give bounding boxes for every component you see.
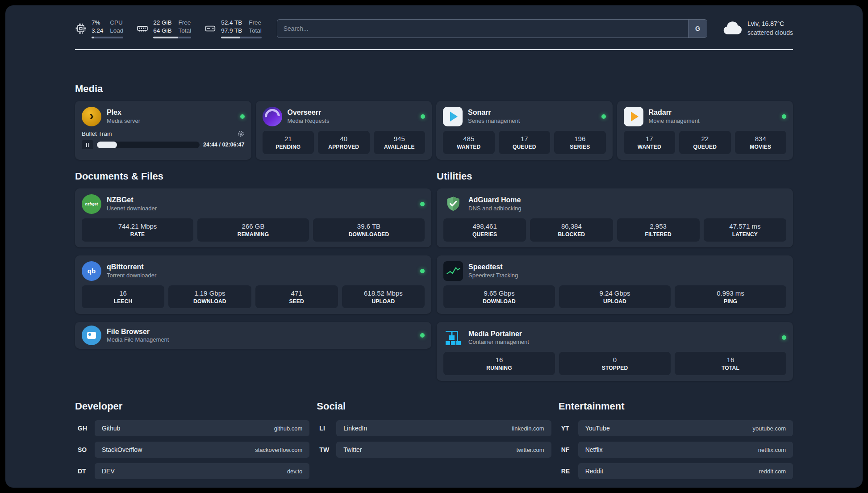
stat-label: REMAINING	[199, 231, 307, 238]
bookmark-url: stackoverflow.com	[255, 447, 302, 453]
disk-progress-track	[221, 37, 262, 38]
app-subtitle: Movie management	[649, 117, 700, 125]
status-dot	[420, 202, 425, 206]
cpu-label: CPU	[110, 19, 123, 27]
bookmark-dev[interactable]: DT DEV dev.to	[75, 463, 309, 479]
bookmark-url: dev.to	[287, 468, 302, 475]
stat-label: PING	[676, 298, 785, 305]
screen: 7% 3.24 CPU Load	[0, 0, 868, 493]
nzbget-card[interactable]: nzbget NZBGet Usenet downloader 744.21 M…	[75, 188, 431, 247]
stat-download: 1.19 Gbps DOWNLOAD	[168, 285, 251, 309]
bookmark-name: LinkedIn	[343, 425, 512, 432]
stat-approved: 40 APPROVED	[318, 131, 370, 154]
stat-value: 39.6 TB	[315, 221, 423, 231]
app-name: Speedtest	[468, 263, 518, 272]
adguard-card[interactable]: AdGuard Home DNS and adblocking 498,461 …	[437, 188, 793, 247]
disk-icon	[204, 23, 216, 34]
bookmark-name: YouTube	[585, 425, 753, 432]
speedtest-icon	[443, 261, 463, 281]
app-name: Sonarr	[468, 108, 520, 117]
bookmark-youtube[interactable]: YT YouTube youtube.com	[559, 420, 793, 436]
radarr-card[interactable]: Radarr Movie management 17 WANTED 22 QUE…	[617, 101, 793, 160]
bookmark-url: youtube.com	[753, 425, 786, 432]
bookmark-url: github.com	[274, 425, 303, 432]
disk-free-label: Free	[249, 19, 262, 27]
qbittorrent-icon: qb	[82, 261, 101, 281]
disk-total-value: 97.9 TB	[221, 27, 242, 35]
bookmark-twitter[interactable]: TW Twitter twitter.com	[317, 442, 551, 458]
stat-value: 86,384	[532, 221, 611, 231]
stat-available: 945 AVAILABLE	[374, 131, 426, 154]
ram-icon	[137, 23, 148, 34]
app-subtitle: Series management	[468, 117, 520, 125]
app-name: Radarr	[649, 108, 700, 117]
weather-location: Lviv, 16.87°C	[747, 20, 793, 29]
bookmark-url: reddit.com	[759, 468, 786, 475]
bookmark-name: Netflix	[585, 446, 758, 453]
search-input[interactable]	[277, 20, 688, 38]
stat-rate: 744.21 Mbps RATE	[82, 218, 193, 242]
plex-chevron: ›	[89, 108, 94, 123]
pause-button[interactable]	[82, 140, 93, 149]
overseerr-card[interactable]: Overseerr Media Requests 21 PENDING 40 A…	[256, 101, 432, 160]
app-name: Media Portainer	[468, 330, 529, 339]
portainer-card[interactable]: Media Portainer Container management 16 …	[437, 322, 793, 381]
seek-bar[interactable]	[97, 142, 200, 148]
stat-remaining: 266 GB REMAINING	[197, 218, 309, 242]
bookmark-stackoverflow[interactable]: SO StackOverflow stackoverflow.com	[75, 442, 309, 458]
stat-value: 834	[737, 134, 785, 143]
bookmarks-title-developer: Developer	[75, 401, 309, 412]
gear-icon[interactable]	[237, 130, 245, 138]
section-title-documents: Documents & Files	[75, 171, 431, 182]
status-dot	[420, 269, 425, 273]
stat-ping: 0.993 ms PING	[675, 285, 786, 309]
stat-value: 471	[257, 288, 336, 298]
bookmark-name: Twitter	[343, 446, 516, 453]
app-subtitle: Media Requests	[288, 117, 330, 125]
bookmark-github[interactable]: GH Github github.com	[75, 420, 309, 436]
stat-label: LEECH	[83, 298, 163, 305]
stat-value: 22	[681, 134, 729, 143]
stat-download: 9.65 Gbps DOWNLOAD	[443, 285, 555, 309]
bookmark-url: twitter.com	[517, 447, 544, 453]
stat-value: 17	[626, 134, 674, 143]
nzbget-icon-text: nzbget	[85, 202, 98, 206]
stat-value: 196	[556, 134, 604, 143]
sonarr-card[interactable]: Sonarr Series management 485 WANTED 17 Q…	[436, 101, 613, 160]
stat-label: DOWNLOAD	[445, 298, 553, 305]
qbittorrent-card[interactable]: qb qBittorrent Torrent downloader 16 LEE…	[75, 255, 431, 314]
stat-label: LATENCY	[705, 231, 785, 238]
resource-monitors: 7% 3.24 CPU Load	[75, 19, 262, 38]
stat-label: QUEUED	[501, 143, 549, 151]
stat-movies: 834 MOVIES	[735, 131, 787, 154]
cloud-icon	[722, 21, 742, 37]
status-dot	[420, 333, 425, 338]
stat-label: QUEUED	[681, 143, 729, 151]
filebrowser-card[interactable]: File Browser Media File Management	[75, 322, 431, 349]
bookmark-netflix[interactable]: NF Netflix netflix.com	[559, 442, 793, 458]
stat-value: 17	[501, 134, 549, 143]
bookmark-abbr: SO	[75, 446, 95, 453]
bookmark-linkedin[interactable]: LI LinkedIn linkedin.com	[317, 420, 551, 436]
stat-value: 47.571 ms	[705, 221, 785, 231]
section-documents: Documents & Files nzbget NZBGet Usenet d…	[75, 171, 431, 349]
stat-queued: 17 QUEUED	[499, 131, 551, 154]
app-name: Plex	[107, 108, 140, 117]
stat-upload: 618.52 Mbps UPLOAD	[342, 285, 425, 309]
stat-label: RATE	[83, 231, 192, 238]
stat-label: BLOCKED	[532, 231, 611, 238]
bookmarks-social: Social LI LinkedIn linkedin.com TW Twitt…	[317, 401, 551, 479]
cpu-widget: 7% 3.24 CPU Load	[75, 19, 123, 38]
plex-card[interactable]: › Plex Media server Bullet Train	[75, 101, 251, 160]
stat-label: WANTED	[445, 143, 493, 151]
stat-value: 266 GB	[199, 221, 307, 231]
stat-value: 16	[83, 288, 163, 298]
speedtest-card[interactable]: Speedtest Speedtest Tracking 9.65 Gbps D…	[437, 255, 793, 314]
stat-value: 1.19 Gbps	[170, 288, 249, 298]
stat-value: 9.24 Gbps	[561, 288, 669, 298]
bookmarks-entertainment: Entertainment YT YouTube youtube.com NF …	[559, 401, 793, 479]
stat-value: 40	[320, 134, 368, 143]
search-engine-button[interactable]: G	[688, 20, 707, 38]
app-subtitle: Torrent downloader	[107, 272, 156, 280]
bookmark-reddit[interactable]: RE Reddit reddit.com	[559, 463, 793, 479]
